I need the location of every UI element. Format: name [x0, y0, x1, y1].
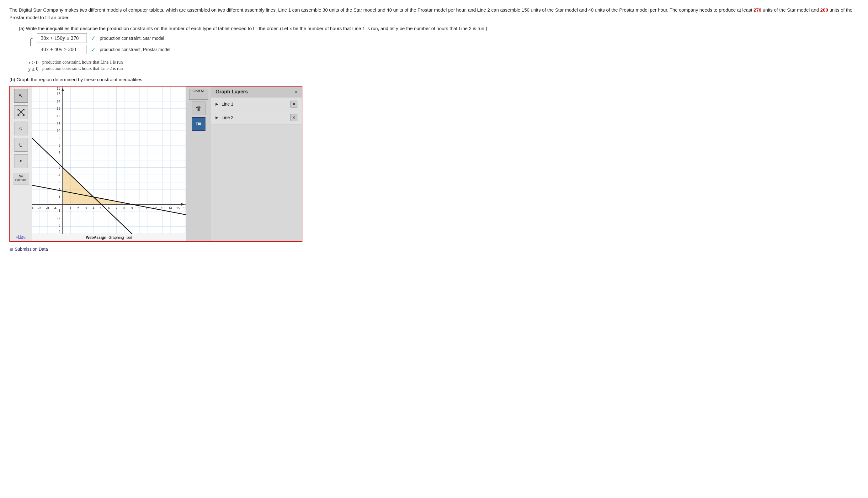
- svg-text:2: 2: [77, 207, 79, 210]
- inequality-row-1: ⎧ 30x + 150y ≥ 270 ✓ production constrai…: [28, 34, 859, 57]
- svg-text:-3: -3: [38, 207, 41, 210]
- constraint-label-1: production constraint, Star model: [100, 36, 164, 41]
- svg-text:1: 1: [69, 207, 72, 210]
- point-tool-button[interactable]: •: [14, 154, 28, 168]
- svg-text:13: 13: [161, 207, 165, 210]
- graph-canvas-area: -4 -3 -4 -3 -2 -1 1 2 3 4 5 6 7 8 9 10: [32, 87, 186, 241]
- constraint-label-2: production constraint, Prostar model: [100, 47, 170, 52]
- layer-1-label: Line 1: [221, 102, 288, 107]
- svg-text:-2: -2: [46, 207, 49, 210]
- svg-text:4: 4: [58, 173, 60, 177]
- svg-text:3: 3: [85, 207, 87, 210]
- svg-text:9: 9: [58, 136, 60, 140]
- graph-layers-header: Graph Layers «: [211, 87, 302, 97]
- svg-text:4: 4: [92, 207, 94, 210]
- layer-2-close-button[interactable]: ✕: [291, 114, 297, 121]
- graph-layers-panel: Graph Layers « ▶ Line 1 ✕ ▶ Line 2 ✕: [211, 87, 302, 241]
- delete-button[interactable]: 🗑: [192, 102, 205, 115]
- clear-all-button[interactable]: Clear All: [189, 89, 208, 100]
- move-tool-button[interactable]: [14, 105, 28, 119]
- svg-text:12: 12: [57, 114, 61, 118]
- check-2: ✓: [91, 46, 96, 53]
- submission-expand-icon: ⊞: [9, 247, 13, 252]
- curve-tool-button[interactable]: ∪: [14, 138, 28, 152]
- svg-text:14: 14: [168, 207, 172, 210]
- svg-text:13: 13: [57, 107, 61, 110]
- nonneg-label-1: production constraint, hours that Line 1…: [42, 60, 859, 66]
- non-neg-block: x ≥ 0 production constraint, hours that …: [28, 60, 859, 72]
- svg-text:-1: -1: [58, 209, 60, 212]
- part-a-label: (a) Write the inequalities that describe…: [19, 26, 859, 31]
- ellipse-tool-button[interactable]: ○: [14, 122, 28, 135]
- move-tool-icon: [17, 108, 25, 116]
- svg-text:5: 5: [100, 207, 102, 210]
- select-tool-button[interactable]: ↖: [14, 89, 28, 103]
- layer-1-expand-button[interactable]: ▶: [216, 102, 218, 106]
- inequalities-block: ⎧ 30x + 150y ≥ 270 ✓ production constrai…: [28, 34, 859, 57]
- svg-text:6: 6: [108, 207, 110, 210]
- svg-text:-3: -3: [58, 224, 60, 227]
- submission-data-section[interactable]: ⊞ Submission Data: [9, 247, 859, 252]
- nonneg-label-2: production constraint, hours that Line 2…: [42, 66, 859, 72]
- svg-text:16: 16: [57, 87, 61, 90]
- nonneg-1: x ≥ 0: [28, 60, 39, 66]
- nonneg-2: y ≥ 0: [28, 66, 39, 72]
- layer-line-2: ▶ Line 2 ✕: [211, 111, 302, 124]
- svg-text:-2: -2: [58, 217, 60, 220]
- graph-footer: WebAssign. Graphing Tool: [32, 234, 186, 241]
- svg-text:3: 3: [58, 181, 60, 184]
- highlight-270: 270: [753, 7, 761, 13]
- page-container: The Digital Star Company makes two diffe…: [9, 6, 859, 252]
- inequality-box-1[interactable]: 30x + 150y ≥ 270: [37, 34, 87, 43]
- svg-text:6: 6: [58, 159, 60, 162]
- svg-text:1: 1: [58, 195, 60, 199]
- svg-text:-1: -1: [54, 207, 56, 210]
- right-panel: Clear All 🗑 Fill: [186, 87, 211, 241]
- help-link[interactable]: ℹ Help: [16, 234, 25, 238]
- submission-data-label: Submission Data: [15, 247, 48, 252]
- svg-text:11: 11: [57, 122, 61, 125]
- svg-text:9: 9: [131, 207, 133, 210]
- no-solution-button[interactable]: NoSolution: [13, 173, 29, 185]
- svg-text:10: 10: [138, 207, 141, 210]
- check-1: ✓: [91, 35, 96, 42]
- help-label: Help: [18, 235, 25, 238]
- svg-text:-4: -4: [32, 207, 34, 210]
- fill-button[interactable]: Fill: [192, 117, 205, 131]
- graph-layers-title: Graph Layers: [216, 89, 248, 95]
- graph-section: ↖ ○ ∪ • NoSolution ℹ Help: [9, 86, 303, 241]
- layer-1-close-button[interactable]: ✕: [291, 101, 297, 107]
- help-icon: ℹ: [16, 234, 17, 238]
- graph-layers-collapse-button[interactable]: «: [295, 89, 297, 95]
- brand-name: WebAssign: [86, 235, 106, 240]
- layer-2-expand-button[interactable]: ▶: [216, 115, 218, 120]
- layer-line-1: ▶ Line 1 ✕: [211, 97, 302, 111]
- highlight-200: 200: [820, 7, 828, 13]
- svg-text:-4: -4: [58, 230, 60, 234]
- part-b-label: (b) Graph the region determined by these…: [9, 77, 859, 82]
- graph-canvas[interactable]: -4 -3 -4 -3 -2 -1 1 2 3 4 5 6 7 8 9 10: [32, 87, 186, 234]
- svg-text:10: 10: [57, 129, 61, 133]
- svg-text:7: 7: [116, 207, 118, 210]
- svg-text:7: 7: [58, 151, 60, 155]
- svg-text:15: 15: [176, 207, 180, 210]
- svg-text:8: 8: [123, 207, 125, 210]
- svg-text:16: 16: [183, 207, 186, 210]
- layer-2-label: Line 2: [221, 115, 288, 120]
- problem-intro: The Digital Star Company makes two diffe…: [9, 6, 859, 21]
- graph-svg: -4 -3 -4 -3 -2 -1 1 2 3 4 5 6 7 8 9 10: [32, 87, 186, 234]
- left-toolbar: ↖ ○ ∪ • NoSolution ℹ Help: [10, 87, 32, 241]
- svg-text:15: 15: [57, 92, 61, 95]
- svg-text:5: 5: [58, 166, 60, 169]
- footer-text: . Graphing Tool: [106, 235, 132, 240]
- svg-text:14: 14: [57, 100, 61, 103]
- inequality-box-2[interactable]: 40x + 40y ≥ 200: [37, 45, 87, 54]
- svg-text:8: 8: [58, 144, 60, 147]
